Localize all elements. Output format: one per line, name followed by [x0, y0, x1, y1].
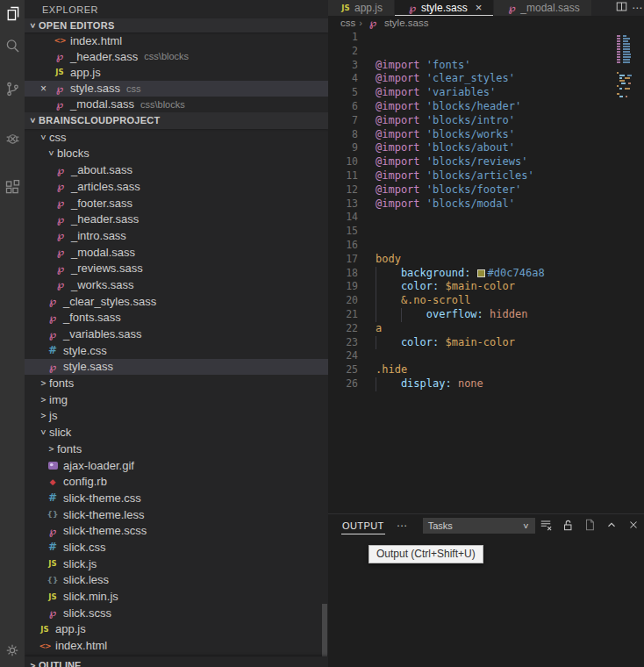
- tree-file--footer-sass[interactable]: ℘_footer.sass: [25, 195, 328, 212]
- tree-file-style-css[interactable]: #style.css: [25, 342, 328, 359]
- tree-file-slick-theme-scss[interactable]: ℘slick-theme.scss: [25, 522, 328, 539]
- token-var: $main-color: [445, 336, 514, 350]
- split-editor-icon[interactable]: [616, 1, 627, 15]
- panel-more-actions[interactable]: ⋯: [397, 520, 408, 532]
- tab-style-sass[interactable]: ℘style.sass×: [395, 0, 493, 16]
- open-editor-row[interactable]: ℘_header.sasscss\blocks: [25, 48, 328, 64]
- code-line: 25.hide: [328, 363, 644, 377]
- tree-file--variables-sass[interactable]: ℘_variables.sass: [25, 326, 328, 342]
- output-channel-dropdown[interactable]: Tasks >: [423, 518, 535, 534]
- tree-folder-fonts[interactable]: >fonts: [25, 441, 328, 457]
- minimap-line: [617, 90, 641, 92]
- minimap-token: [623, 48, 630, 50]
- minimap-token: [623, 54, 631, 55]
- token-kw: @import: [376, 169, 420, 183]
- code-line: 22a: [328, 322, 644, 336]
- minimap-token: [617, 56, 620, 58]
- minimap-line: [617, 40, 641, 42]
- activity-bar-item-extensions[interactable]: [0, 163, 25, 212]
- minimap-token: [623, 43, 630, 45]
- minimap-token: [617, 46, 620, 47]
- code-line-text: @import 'blocks/about': [358, 141, 515, 155]
- token-kw: @import: [376, 72, 420, 86]
- tree-file--works-sass[interactable]: ℘_works.sass: [25, 276, 328, 293]
- tree-item-label: slick-theme.scss: [63, 524, 147, 537]
- breadcrumb-item[interactable]: style.sass: [384, 18, 429, 28]
- tree-file-index-html[interactable]: <>index.html: [25, 637, 328, 654]
- open-editor-label: index.html: [70, 34, 122, 47]
- close-icon[interactable]: ×: [40, 83, 53, 94]
- tree-folder-img[interactable]: >img: [25, 391, 328, 408]
- tree-file-slick-css[interactable]: #slick.css: [25, 539, 328, 556]
- tree-file--modal-sass[interactable]: ℘_modal.sass: [25, 244, 328, 261]
- tree-file--reviews-sass[interactable]: ℘_reviews.sass: [25, 260, 328, 276]
- open-editor-label: style.sass: [70, 82, 120, 95]
- tree-file--clear-styles-sass[interactable]: ℘_clear_styles.sass: [25, 293, 328, 310]
- outline-header[interactable]: >OUTLINE: [25, 656, 328, 667]
- activity-bar-item-source-control[interactable]: [0, 65, 25, 112]
- tree-file-style-sass[interactable]: ℘style.sass: [25, 359, 328, 376]
- open-editor-row[interactable]: ℘_modal.sasscss\blocks: [25, 97, 328, 112]
- tree-item-label: _about.sass: [71, 163, 132, 176]
- code-line: 17body: [328, 253, 644, 267]
- line-number: 20: [328, 294, 358, 308]
- minimap-line: [617, 43, 641, 45]
- tree-file-ajax-loader-gif[interactable]: ajax-loader.gif: [25, 457, 328, 474]
- line-number: 16: [328, 239, 358, 253]
- tree-folder-css[interactable]: >css: [25, 129, 328, 146]
- token-kw: @import: [376, 114, 420, 128]
- minimap-gap: [624, 96, 625, 97]
- tree-file--intro-sass[interactable]: ℘_intro.sass: [25, 227, 328, 244]
- project-header[interactable]: >BRAINSCLOUDPROJECT: [25, 112, 328, 129]
- tree-item-label: ajax-loader.gif: [63, 459, 134, 472]
- tree-file-slick-scss[interactable]: ℘slick.scss: [25, 605, 328, 621]
- minimap[interactable]: [617, 30, 641, 98]
- minimap-token: [623, 40, 628, 42]
- more-actions-icon[interactable]: ⋯: [632, 2, 643, 14]
- tree-folder-fonts[interactable]: >fonts: [25, 375, 328, 391]
- tab--modal-sass[interactable]: ℘_modal.sass: [494, 0, 590, 16]
- tree-folder-slick[interactable]: >slick: [25, 424, 328, 441]
- sidebar-scrollbar[interactable]: [322, 604, 327, 656]
- minimap-line: [617, 59, 641, 61]
- clear-output-icon[interactable]: [540, 519, 552, 534]
- activity-bar-item-debug[interactable]: [0, 112, 25, 163]
- breadcrumb-item[interactable]: css: [340, 18, 355, 28]
- code-line-text: body: [358, 253, 401, 267]
- tree-file--about-sass[interactable]: ℘_about.sass: [25, 161, 328, 178]
- tree-file-slick-theme-css[interactable]: #slick-theme.css: [25, 490, 328, 506]
- tree-file--articles-sass[interactable]: ℘_articles.sass: [25, 178, 328, 195]
- tree-file-slick-less[interactable]: {}slick.less: [25, 572, 328, 589]
- sass-file-icon: ℘: [46, 606, 60, 619]
- tree-file-config-rb[interactable]: ◆config.rb: [25, 473, 328, 490]
- tree-file--fonts-sass[interactable]: ℘_fonts.sass: [25, 310, 328, 326]
- maximize-panel-icon[interactable]: [605, 519, 618, 534]
- tree-file--header-sass[interactable]: ℘_header.sass: [25, 211, 328, 227]
- tree-file-slick-theme-less[interactable]: {}slick-theme.less: [25, 506, 328, 523]
- open-editors-header[interactable]: >OPEN EDITORS: [25, 18, 328, 32]
- activity-bar-item-explorer[interactable]: [0, 0, 25, 26]
- close-icon[interactable]: ×: [476, 2, 483, 13]
- tree-folder-blocks[interactable]: >blocks: [25, 146, 328, 162]
- tab-app-js[interactable]: JSapp.js: [328, 0, 394, 16]
- breadcrumb: css›℘style.sass: [328, 16, 644, 30]
- output-panel-tab[interactable]: OUTPUT: [341, 517, 385, 534]
- close-panel-icon[interactable]: [627, 519, 640, 534]
- sass-file-icon: ℘: [366, 17, 380, 29]
- minimap-token: [625, 88, 630, 90]
- activity-bar-item-settings[interactable]: [0, 637, 25, 663]
- open-editor-row[interactable]: JSapp.js: [25, 64, 328, 80]
- code-editor[interactable]: 123@import 'fonts'4@import 'clear_styles…: [328, 30, 644, 391]
- tree-file-slick-js[interactable]: JSslick.js: [25, 556, 328, 572]
- tree-folder-js[interactable]: >js: [25, 408, 328, 425]
- activity-bar-item-search[interactable]: [0, 26, 25, 65]
- open-editor-row[interactable]: <>index.html: [25, 32, 328, 48]
- tabs: JSapp.js℘style.sass×℘_modal.sass: [328, 0, 592, 16]
- open-log-file-icon[interactable]: [583, 519, 596, 534]
- tree-file-slick-min-js[interactable]: JSslick.min.js: [25, 588, 328, 605]
- open-editor-row[interactable]: ×℘style.sasscss: [25, 81, 328, 97]
- minimap-token: [619, 80, 625, 82]
- unlock-icon[interactable]: [562, 519, 574, 534]
- line-number: 11: [328, 169, 358, 183]
- tree-file-app-js[interactable]: JSapp.js: [25, 621, 328, 638]
